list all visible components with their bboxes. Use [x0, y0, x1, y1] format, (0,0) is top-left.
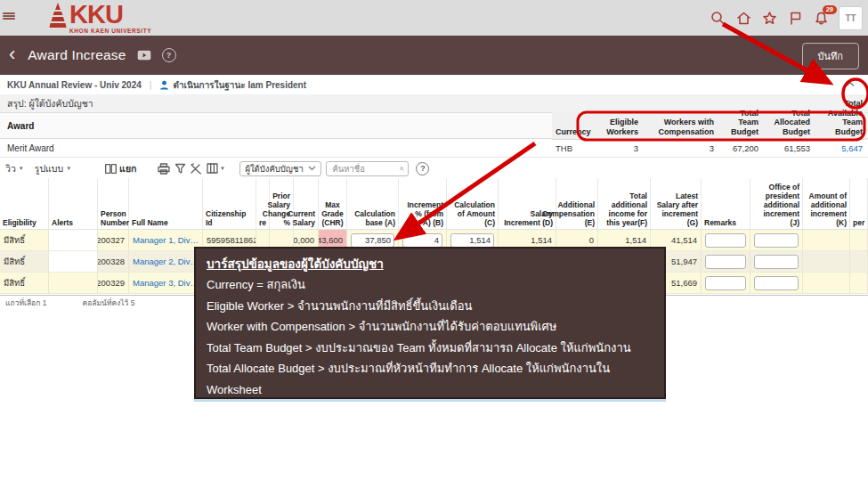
cell-eligibility: มีสิทธิ์	[0, 251, 49, 273]
cell-office	[750, 273, 803, 294]
cell-per	[850, 273, 868, 294]
menu-icon[interactable]	[3, 12, 15, 22]
format-menu[interactable]: รูปแบบ▼	[35, 161, 71, 176]
col-header-current: Current Salary	[294, 178, 319, 229]
tooltip-line: Total Available Team Budget > งบประมาณที…	[207, 400, 653, 421]
cell-alerts	[49, 273, 98, 294]
top-bar: KKU KHON KAEN UNIVERSITY 29 TT	[0, 0, 868, 36]
chevron-down-icon	[308, 166, 316, 171]
col-header-per: per	[850, 178, 868, 229]
notification-badge: 29	[823, 5, 837, 14]
split-icon	[105, 164, 117, 174]
office-input[interactable]	[754, 276, 799, 290]
increment-input[interactable]	[402, 233, 442, 248]
tooltip-line: Eligible Worker > จำนวนพนักงานที่มีสิทธิ…	[207, 296, 653, 317]
view-menu[interactable]: วิว▼	[5, 161, 24, 176]
col-header-addcomp: Additional Compensation (E)	[556, 178, 598, 229]
summary-value: 3	[593, 140, 642, 158]
column-settings-icon[interactable]: ▼	[204, 161, 227, 175]
award-increase-screen: KKU KHON KAEN UNIVERSITY 29 TT	[0, 0, 868, 489]
col-header-alerts: Alerts	[49, 178, 98, 229]
logo-subtitle: KHON KAEN UNIVERSITY	[69, 29, 151, 35]
group-select[interactable]: ผู้ใต้บังคับบัญชา	[239, 161, 321, 176]
print-icon[interactable]	[156, 161, 172, 175]
plan-name[interactable]: KKU Annual Review - Univ 2024	[7, 80, 142, 90]
avatar[interactable]: TT	[839, 6, 863, 30]
toolbar-help-icon[interactable]: ?	[416, 162, 429, 175]
person-icon	[159, 80, 169, 90]
cell-fullname: Manager 2, Division	[129, 251, 203, 273]
kku-logo: KKU KHON KAEN UNIVERSITY	[46, 2, 151, 35]
cell-alerts	[49, 251, 98, 273]
employee-name-link[interactable]: Manager 3, Division	[133, 278, 199, 288]
summary-value: 3	[642, 140, 718, 158]
summary-col-header: Eligible Workers	[593, 112, 642, 140]
back-icon[interactable]: ‹	[9, 45, 15, 64]
split-button[interactable]: แยก	[105, 161, 136, 176]
search-icon[interactable]	[710, 10, 726, 26]
summary-col-header: Total Available Team Budget	[814, 112, 866, 140]
cell-person: 200327	[98, 230, 129, 251]
cell-fullname: Manager 1, Division	[129, 230, 203, 251]
acting-as[interactable]: ดำเนินการในฐานะ Iam President	[173, 78, 306, 92]
summary-col-header: Total Team Budget	[718, 112, 762, 140]
tooltip-line: Worker with Compensation > จำนวนพนักงานท…	[207, 316, 653, 338]
cell-amount	[803, 230, 850, 251]
team-summary-table: CurrencyEligible WorkersWorkers with Com…	[552, 112, 866, 158]
frozen-columns: คอลัมน์ที่คงไว้ 5	[82, 297, 134, 309]
rows-selected: แถวที่เลือก 1	[5, 297, 46, 309]
col-header-totaladd: Total additional income for this year(F)	[598, 178, 651, 229]
cell-amount	[803, 251, 850, 273]
video-icon[interactable]	[137, 50, 151, 61]
save-button[interactable]: บันทึก	[802, 43, 859, 69]
remarks-input[interactable]	[705, 276, 746, 290]
cell-eligibility: มีสิทธิ์	[0, 273, 49, 294]
office-input[interactable]	[754, 233, 799, 248]
employee-name-link[interactable]: Manager 1, Division	[133, 235, 199, 245]
star-icon[interactable]	[761, 10, 777, 26]
page-title: Award Increase	[28, 47, 126, 63]
col-header-calcbase: Calculation base (A)	[347, 178, 399, 229]
col-header-person: Person Number	[98, 178, 129, 229]
col-header-increment: Increment % (from PA) (B)	[399, 178, 447, 229]
cell-person: 200328	[98, 251, 129, 273]
calcbase-input[interactable]	[351, 233, 394, 248]
cell-remarks	[702, 251, 750, 273]
pagoda-icon	[46, 2, 69, 32]
col-header-remarks: Remarks	[702, 178, 750, 229]
tooltip-line: Total Allocate Budget > งบประมาณที่หัวหน…	[207, 358, 653, 400]
col-header-fullname: Full Name	[129, 178, 203, 229]
flag-icon[interactable]	[787, 10, 803, 26]
breadcrumb: KKU Annual Review - Univ 2024 | ดำเนินกา…	[0, 75, 868, 95]
summary-value: 61,553	[762, 140, 814, 158]
tools-icon[interactable]	[188, 161, 204, 175]
remarks-input[interactable]	[705, 233, 746, 248]
summary-col-header: Currency	[552, 112, 593, 140]
cell-office	[750, 251, 803, 273]
home-icon[interactable]	[735, 10, 751, 26]
summary-value: 67,200	[718, 140, 762, 158]
summary-col-header: Workers with Compensation	[642, 112, 718, 140]
calcamount-input[interactable]	[450, 233, 494, 248]
cell-per	[850, 251, 868, 273]
cell-per	[850, 230, 868, 251]
filter-icon[interactable]	[172, 161, 188, 175]
table-toolbar: วิว▼ รูปแบบ▼ แยก ▼ ผู้ใต้บังคับบัญชา	[0, 159, 868, 178]
employee-name-link[interactable]: Manager 2, Division	[133, 257, 199, 266]
cell-amount	[803, 273, 850, 294]
search-name-input[interactable]	[330, 163, 400, 175]
search-icon	[400, 164, 404, 174]
search-name-box	[326, 161, 409, 176]
chevron-up-icon[interactable]	[845, 78, 856, 91]
cell-alerts	[49, 230, 98, 251]
tooltip-title: บาร์สรุปข้อมูลของผู้ใต้บังคับบัญชา	[207, 254, 653, 274]
notifications-bell-icon[interactable]: 29	[813, 10, 829, 26]
col-header-citizenship: Citizenship Id	[203, 178, 256, 229]
help-icon[interactable]: ?	[162, 48, 176, 62]
office-input[interactable]	[754, 255, 799, 269]
remarks-input[interactable]	[705, 255, 746, 269]
summary-value[interactable]: 5,647	[814, 140, 866, 158]
col-header-calcamount: Calculation of Amount (C)	[447, 178, 499, 229]
summary-col-header: Total Allocated Budget	[762, 112, 814, 140]
cell-remarks	[702, 230, 750, 251]
